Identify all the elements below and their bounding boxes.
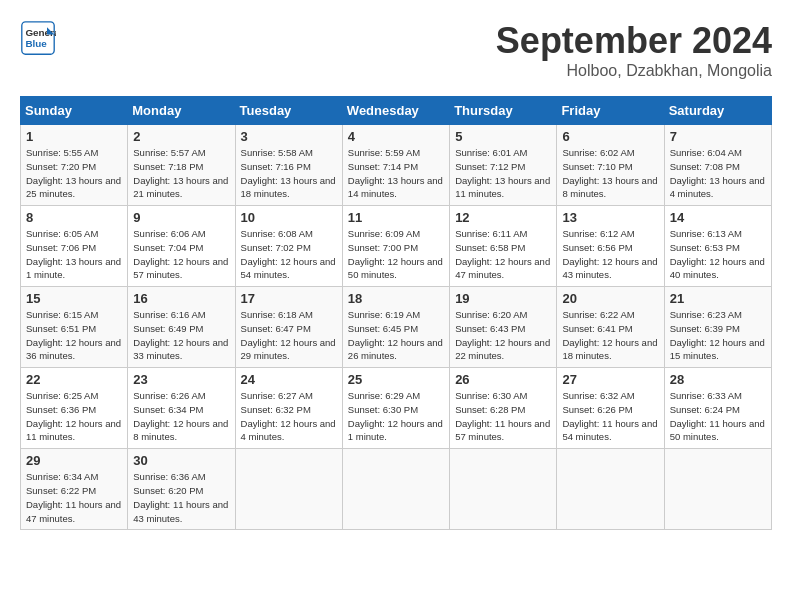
calendar-cell: 25Sunrise: 6:29 AM Sunset: 6:30 PM Dayli… [342,368,449,449]
day-details: Sunrise: 6:32 AM Sunset: 6:26 PM Dayligh… [562,389,658,444]
calendar-cell [450,449,557,530]
day-header-saturday: Saturday [664,97,771,125]
day-details: Sunrise: 6:23 AM Sunset: 6:39 PM Dayligh… [670,308,766,363]
calendar-cell: 18Sunrise: 6:19 AM Sunset: 6:45 PM Dayli… [342,287,449,368]
header: General Blue September 2024 Holboo, Dzab… [20,20,772,80]
calendar-cell: 10Sunrise: 6:08 AM Sunset: 7:02 PM Dayli… [235,206,342,287]
day-details: Sunrise: 6:01 AM Sunset: 7:12 PM Dayligh… [455,146,551,201]
calendar-cell: 6Sunrise: 6:02 AM Sunset: 7:10 PM Daylig… [557,125,664,206]
day-details: Sunrise: 6:13 AM Sunset: 6:53 PM Dayligh… [670,227,766,282]
calendar-cell: 9Sunrise: 6:06 AM Sunset: 7:04 PM Daylig… [128,206,235,287]
day-details: Sunrise: 6:16 AM Sunset: 6:49 PM Dayligh… [133,308,229,363]
day-details: Sunrise: 6:26 AM Sunset: 6:34 PM Dayligh… [133,389,229,444]
day-details: Sunrise: 6:02 AM Sunset: 7:10 PM Dayligh… [562,146,658,201]
day-header-tuesday: Tuesday [235,97,342,125]
calendar-cell: 11Sunrise: 6:09 AM Sunset: 7:00 PM Dayli… [342,206,449,287]
day-header-friday: Friday [557,97,664,125]
calendar-subtitle: Holboo, Dzabkhan, Mongolia [496,62,772,80]
calendar-cell: 26Sunrise: 6:30 AM Sunset: 6:28 PM Dayli… [450,368,557,449]
logo-icon: General Blue [20,20,56,56]
day-number: 6 [562,129,658,144]
calendar-cell: 16Sunrise: 6:16 AM Sunset: 6:49 PM Dayli… [128,287,235,368]
day-details: Sunrise: 5:58 AM Sunset: 7:16 PM Dayligh… [241,146,337,201]
day-number: 25 [348,372,444,387]
day-details: Sunrise: 6:27 AM Sunset: 6:32 PM Dayligh… [241,389,337,444]
calendar-cell: 27Sunrise: 6:32 AM Sunset: 6:26 PM Dayli… [557,368,664,449]
day-number: 11 [348,210,444,225]
day-number: 19 [455,291,551,306]
day-details: Sunrise: 6:22 AM Sunset: 6:41 PM Dayligh… [562,308,658,363]
day-details: Sunrise: 5:55 AM Sunset: 7:20 PM Dayligh… [26,146,122,201]
day-number: 26 [455,372,551,387]
day-number: 27 [562,372,658,387]
day-number: 15 [26,291,122,306]
day-header-monday: Monday [128,97,235,125]
day-number: 10 [241,210,337,225]
day-details: Sunrise: 6:18 AM Sunset: 6:47 PM Dayligh… [241,308,337,363]
calendar-cell: 23Sunrise: 6:26 AM Sunset: 6:34 PM Dayli… [128,368,235,449]
calendar-cell: 2Sunrise: 5:57 AM Sunset: 7:18 PM Daylig… [128,125,235,206]
calendar-cell: 28Sunrise: 6:33 AM Sunset: 6:24 PM Dayli… [664,368,771,449]
calendar-cell [664,449,771,530]
calendar-week-2: 8Sunrise: 6:05 AM Sunset: 7:06 PM Daylig… [21,206,772,287]
calendar-cell: 17Sunrise: 6:18 AM Sunset: 6:47 PM Dayli… [235,287,342,368]
day-details: Sunrise: 6:04 AM Sunset: 7:08 PM Dayligh… [670,146,766,201]
calendar-week-1: 1Sunrise: 5:55 AM Sunset: 7:20 PM Daylig… [21,125,772,206]
day-header-wednesday: Wednesday [342,97,449,125]
calendar-cell: 20Sunrise: 6:22 AM Sunset: 6:41 PM Dayli… [557,287,664,368]
day-number: 23 [133,372,229,387]
calendar-cell: 5Sunrise: 6:01 AM Sunset: 7:12 PM Daylig… [450,125,557,206]
calendar-cell: 7Sunrise: 6:04 AM Sunset: 7:08 PM Daylig… [664,125,771,206]
day-number: 20 [562,291,658,306]
day-number: 3 [241,129,337,144]
day-number: 14 [670,210,766,225]
calendar-cell: 30Sunrise: 6:36 AM Sunset: 6:20 PM Dayli… [128,449,235,530]
svg-text:Blue: Blue [25,38,47,49]
day-number: 24 [241,372,337,387]
calendar-cell [235,449,342,530]
calendar-week-5: 29Sunrise: 6:34 AM Sunset: 6:22 PM Dayli… [21,449,772,530]
calendar-title: September 2024 [496,20,772,62]
calendar-cell: 21Sunrise: 6:23 AM Sunset: 6:39 PM Dayli… [664,287,771,368]
day-header-thursday: Thursday [450,97,557,125]
day-number: 9 [133,210,229,225]
day-number: 12 [455,210,551,225]
calendar-cell: 22Sunrise: 6:25 AM Sunset: 6:36 PM Dayli… [21,368,128,449]
calendar-cell [342,449,449,530]
calendar-cell [557,449,664,530]
day-details: Sunrise: 6:19 AM Sunset: 6:45 PM Dayligh… [348,308,444,363]
day-details: Sunrise: 6:11 AM Sunset: 6:58 PM Dayligh… [455,227,551,282]
logo: General Blue [20,20,56,56]
calendar-cell: 1Sunrise: 5:55 AM Sunset: 7:20 PM Daylig… [21,125,128,206]
day-number: 30 [133,453,229,468]
day-number: 13 [562,210,658,225]
calendar-cell: 8Sunrise: 6:05 AM Sunset: 7:06 PM Daylig… [21,206,128,287]
day-number: 18 [348,291,444,306]
day-details: Sunrise: 6:29 AM Sunset: 6:30 PM Dayligh… [348,389,444,444]
day-details: Sunrise: 5:57 AM Sunset: 7:18 PM Dayligh… [133,146,229,201]
calendar-cell: 24Sunrise: 6:27 AM Sunset: 6:32 PM Dayli… [235,368,342,449]
calendar-cell: 19Sunrise: 6:20 AM Sunset: 6:43 PM Dayli… [450,287,557,368]
day-number: 1 [26,129,122,144]
day-number: 7 [670,129,766,144]
calendar-week-4: 22Sunrise: 6:25 AM Sunset: 6:36 PM Dayli… [21,368,772,449]
day-details: Sunrise: 6:33 AM Sunset: 6:24 PM Dayligh… [670,389,766,444]
day-number: 4 [348,129,444,144]
day-details: Sunrise: 6:15 AM Sunset: 6:51 PM Dayligh… [26,308,122,363]
calendar-table: SundayMondayTuesdayWednesdayThursdayFrid… [20,96,772,530]
calendar-cell: 29Sunrise: 6:34 AM Sunset: 6:22 PM Dayli… [21,449,128,530]
day-details: Sunrise: 6:20 AM Sunset: 6:43 PM Dayligh… [455,308,551,363]
day-number: 5 [455,129,551,144]
day-number: 17 [241,291,337,306]
day-details: Sunrise: 6:08 AM Sunset: 7:02 PM Dayligh… [241,227,337,282]
calendar-cell: 12Sunrise: 6:11 AM Sunset: 6:58 PM Dayli… [450,206,557,287]
calendar-week-3: 15Sunrise: 6:15 AM Sunset: 6:51 PM Dayli… [21,287,772,368]
day-number: 29 [26,453,122,468]
calendar-cell: 3Sunrise: 5:58 AM Sunset: 7:16 PM Daylig… [235,125,342,206]
calendar-cell: 4Sunrise: 5:59 AM Sunset: 7:14 PM Daylig… [342,125,449,206]
calendar-cell: 15Sunrise: 6:15 AM Sunset: 6:51 PM Dayli… [21,287,128,368]
calendar-body: 1Sunrise: 5:55 AM Sunset: 7:20 PM Daylig… [21,125,772,530]
day-number: 21 [670,291,766,306]
day-details: Sunrise: 6:25 AM Sunset: 6:36 PM Dayligh… [26,389,122,444]
day-details: Sunrise: 6:30 AM Sunset: 6:28 PM Dayligh… [455,389,551,444]
